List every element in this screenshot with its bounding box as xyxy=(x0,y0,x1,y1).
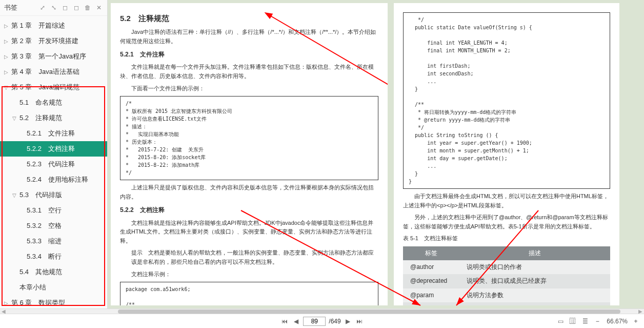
sidebar-item-label: 第 5 章 Java编码规范 xyxy=(11,83,79,92)
paragraph: 文档注释就是指这种注释内容能够生成API帮助文档。JDK中javadoc命令能够… xyxy=(120,219,378,246)
page-left: 5.2 注释规范 Java中注释的语法有三种：单行注释（//）、多行注释（/*.… xyxy=(111,3,388,305)
collapse-all-icon[interactable]: ⤡ xyxy=(50,4,58,12)
paragraph: 文档注释示例： xyxy=(120,270,378,279)
sidebar-item-label: 5.2.1 文件注释 xyxy=(27,129,75,138)
sidebar-item-label: 第 1 章 开篇综述 xyxy=(11,21,65,30)
expander-icon[interactable]: ▷ xyxy=(4,69,9,75)
sidebar-item-label: 5.2.4 使用地标注释 xyxy=(27,175,88,184)
sidebar-item-label: 第 4 章 Java语法基础 xyxy=(11,67,79,76)
sidebar-item[interactable]: 5.3.1 空行 xyxy=(0,203,107,218)
bookmark-add-icon[interactable]: ◻ xyxy=(61,4,69,12)
sidebar-item[interactable]: ▽第 5 章 Java编码规范 xyxy=(0,80,107,95)
code-block: /* * 版权所有 2015 北京智捷东方科技有限公司 * 许可信息查看LICE… xyxy=(120,96,378,180)
sidebar-item-label: 5.2 注释规范 xyxy=(19,113,62,123)
table-caption: 表 5-1 文档注释标签 xyxy=(403,234,610,243)
sidebar-item[interactable]: 5.1 命名规范 xyxy=(0,95,107,110)
cell-desc: 说明类、接口或成员已经废弃 xyxy=(459,274,610,288)
sidebar-item-label: 5.3.3 缩进 xyxy=(27,237,62,246)
expander-icon[interactable]: ▽ xyxy=(4,85,9,90)
cell-tag: @return xyxy=(403,302,459,305)
delete-icon[interactable]: 🗑 xyxy=(84,4,92,12)
tags-table: 标签 描述 @author说明类或接口的作者@deprecated说明类、接口或… xyxy=(403,246,610,305)
sidebar-item[interactable]: 5.3.4 断行 xyxy=(0,249,107,264)
page-right: */ public static Date valueOf(String s) … xyxy=(394,3,619,305)
sidebar-item[interactable]: 5.4 其他规范 xyxy=(0,264,107,280)
first-page-button[interactable]: ⏮ xyxy=(280,317,289,325)
bookmarks-sidebar: 书签 ⤢ ⤡ ◻ ◻ 🗑 ✕ ▷第 1 章 开篇综述▷第 2 章 开发环境搭建▷… xyxy=(0,0,108,308)
sidebar-item[interactable]: 5.3.2 空格 xyxy=(0,218,107,234)
view-single-icon[interactable]: ▭ xyxy=(556,317,565,325)
sidebar-item-label: 5.3 代码排版 xyxy=(19,190,62,200)
cell-desc: 说明类或接口的作者 xyxy=(459,260,610,274)
sidebar-item-label: 第 3 章 第一个Java程序 xyxy=(11,52,86,61)
section-heading: 5.2 注释规范 xyxy=(120,12,378,25)
cell-desc: 说明方法参数 xyxy=(459,288,610,302)
zoom-out-icon[interactable]: − xyxy=(593,317,601,325)
cell-desc: 说明返回值 xyxy=(459,302,610,305)
sidebar-item[interactable]: ▷第 2 章 开发环境搭建 xyxy=(0,33,107,49)
horizontal-scrollbar[interactable]: ◀ ▶ xyxy=(0,308,644,314)
sidebar-item[interactable]: ▽5.3 代码排版 xyxy=(0,187,107,203)
table-row: @author说明类或接口的作者 xyxy=(403,260,610,274)
sidebar-item-label: 5.3.2 空格 xyxy=(27,221,62,230)
th-tag: 标签 xyxy=(403,246,459,260)
paragraph: 另外，上述的文档注释中还用到了@author、@return和@param等文档… xyxy=(403,213,610,231)
expander-icon[interactable]: ▽ xyxy=(12,192,17,198)
sidebar-item-label: 5.1 命名规范 xyxy=(19,98,62,107)
prev-page-button[interactable]: ◀ xyxy=(292,317,300,325)
expander-icon[interactable]: ▽ xyxy=(12,115,17,121)
pager: ⏮ ◀ /649 ▶ ⏭ xyxy=(280,317,363,326)
document-viewport[interactable]: 5.2 注释规范 Java中注释的语法有三种：单行注释（//）、多行注释（/*.… xyxy=(108,0,644,308)
paragraph: 文件注释就是在每一个文件开头加注释。文件注释通常包括如下信息：版权信息、文件名、… xyxy=(120,63,378,81)
sidebar-item[interactable]: 5.3.3 缩进 xyxy=(0,234,107,249)
sidebar-item[interactable]: 5.2.3 代码注释 xyxy=(0,157,107,172)
expander-icon[interactable]: ▷ xyxy=(4,38,9,44)
paragraph: 下面看一个文件注释的示例： xyxy=(120,84,378,93)
bookmark-remove-icon[interactable]: ◻ xyxy=(72,4,80,12)
sidebar-item[interactable]: ▷第 3 章 第一个Java程序 xyxy=(0,49,107,64)
cell-tag: @deprecated xyxy=(403,274,459,288)
next-page-button[interactable]: ▶ xyxy=(344,317,352,325)
code-block: package com.a51work6; /** * 自定义的日期类，具有日期… xyxy=(120,282,378,305)
view-continuous-icon[interactable]: ☰ xyxy=(581,317,589,325)
sidebar-item[interactable]: 5.2.2 文档注释 xyxy=(0,141,107,157)
code-block: */ public static Date valueOf(String s) … xyxy=(403,12,610,189)
paragraph: Java中注释的语法有三种：单行注释（//）、多行注释（/*...*/）和文档注… xyxy=(120,28,378,46)
table-row: @deprecated说明类、接口或成员已经废弃 xyxy=(403,274,610,288)
sidebar-item-label: 5.3.4 断行 xyxy=(27,252,62,261)
paragraph: 由于文档注释最终会生成HTML文档，所以可以在文档注释中使用HTML标签，上述注… xyxy=(403,192,610,210)
sidebar-item[interactable]: ▷第 4 章 Java语法基础 xyxy=(0,64,107,80)
expander-icon[interactable]: ▷ xyxy=(4,23,9,29)
sidebar-item[interactable]: 本章小结 xyxy=(0,280,107,295)
expand-all-icon[interactable]: ⤢ xyxy=(38,4,47,12)
zoom-percent: 66.67% xyxy=(607,318,628,325)
nav-list: ▷第 1 章 开篇综述▷第 2 章 开发环境搭建▷第 3 章 第一个Java程序… xyxy=(0,16,107,308)
tip-paragraph: 提示 文档是要给别人看的帮助文档，一般注释的实例变量、静态变量、实例方法和静态方… xyxy=(131,248,378,266)
zoom-in-icon[interactable]: + xyxy=(632,317,640,325)
last-page-button[interactable]: ⏭ xyxy=(355,317,364,325)
paragraph: 上述注释只是提供了版权信息、文件内容和历史版本信息等，文件注释要根据本身的实际情… xyxy=(120,183,378,201)
page-input[interactable] xyxy=(303,317,326,326)
expander-icon[interactable]: ▷ xyxy=(4,300,9,306)
sidebar-item[interactable]: 5.2.4 使用地标注释 xyxy=(0,172,107,187)
sidebar-title: 书签 xyxy=(4,3,17,12)
sidebar-item-label: 本章小结 xyxy=(19,283,46,292)
sidebar-item-label: 第 2 章 开发环境搭建 xyxy=(11,36,78,46)
page-total: /649 xyxy=(329,318,340,325)
status-bar: ⏮ ◀ /649 ▶ ⏭ ▭ ⿲ ☰ − 66.67% + xyxy=(0,314,644,328)
table-row: @return说明返回值 xyxy=(403,302,610,305)
subsection: 5.2.2 文档注释 xyxy=(120,205,378,215)
close-icon[interactable]: ✕ xyxy=(95,4,103,12)
view-facing-icon[interactable]: ⿲ xyxy=(569,317,577,325)
scroll-thumb[interactable] xyxy=(118,310,620,314)
sidebar-item-label: 5.4 其他规范 xyxy=(19,267,62,277)
sidebar-item-label: 5.2.2 文档注释 xyxy=(27,144,75,153)
sidebar-item-label: 第 6 章 数据类型 xyxy=(11,298,65,307)
th-desc: 描述 xyxy=(459,246,610,260)
sidebar-item[interactable]: 5.2.1 文件注释 xyxy=(0,126,107,141)
expander-icon[interactable]: ▷ xyxy=(4,54,9,60)
sidebar-item-label: 5.3.1 空行 xyxy=(27,206,62,215)
sidebar-item[interactable]: ▷第 1 章 开篇综述 xyxy=(0,18,107,33)
sidebar-item[interactable]: ▽5.2 注释规范 xyxy=(0,110,107,126)
sidebar-item[interactable]: ▷第 6 章 数据类型 xyxy=(0,295,107,308)
